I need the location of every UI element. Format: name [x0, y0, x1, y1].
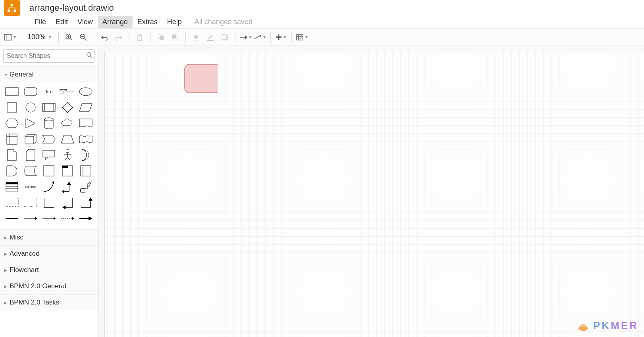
- svg-line-6: [70, 38, 72, 40]
- shape-or[interactable]: [78, 148, 94, 162]
- shape-document[interactable]: [78, 117, 94, 130]
- shape-dotted-line[interactable]: [23, 196, 39, 209]
- svg-rect-49: [44, 166, 54, 176]
- shape-heading[interactable]: HeadingLorem ipsum dolor sit amet consec…: [60, 85, 75, 98]
- shape-square[interactable]: [4, 101, 20, 114]
- shape-ellipse[interactable]: [78, 85, 94, 98]
- shape-note[interactable]: [4, 148, 20, 162]
- search-field[interactable]: [7, 52, 86, 59]
- plus-icon: +: [276, 31, 282, 44]
- filename[interactable]: arrange-layout.drawio: [29, 3, 114, 13]
- separator: [185, 32, 186, 43]
- shape-dashed-arrow[interactable]: [60, 212, 75, 225]
- canvas[interactable]: PKMER: [98, 46, 644, 337]
- shape-line-arrow[interactable]: [23, 212, 39, 225]
- menu-arrange[interactable]: Arrange: [98, 16, 133, 28]
- menu-file[interactable]: File: [30, 16, 51, 28]
- undo-button[interactable]: [98, 31, 111, 44]
- shape-list[interactable]: [4, 180, 20, 193]
- svg-rect-18: [172, 34, 176, 38]
- shape-trapezoid[interactable]: [60, 132, 75, 146]
- shape-callout[interactable]: [41, 148, 57, 162]
- insert-button[interactable]: + ▼: [275, 31, 287, 44]
- svg-rect-41: [7, 134, 17, 144]
- zoom-out-button[interactable]: [77, 31, 90, 44]
- shape-cube[interactable]: [23, 132, 39, 146]
- line-color-button[interactable]: [204, 31, 217, 44]
- svg-rect-32: [6, 88, 18, 96]
- shape-diamond[interactable]: [60, 101, 75, 114]
- shape-card[interactable]: [23, 148, 39, 162]
- svg-line-10: [85, 38, 87, 40]
- svg-rect-3: [5, 34, 11, 40]
- shape-cloud[interactable]: [60, 117, 75, 130]
- category-misc[interactable]: ▶Misc: [0, 230, 98, 245]
- shape-vertical-container[interactable]: [78, 164, 94, 178]
- shape-text[interactable]: Text: [41, 85, 57, 98]
- connection-button[interactable]: ▼: [239, 31, 252, 44]
- search-shapes-input[interactable]: [3, 49, 95, 63]
- shape-internal-storage[interactable]: [4, 132, 20, 146]
- menu-extras[interactable]: Extras: [133, 16, 162, 28]
- separator: [291, 32, 292, 43]
- table-button[interactable]: ▼: [296, 31, 309, 44]
- shape-step[interactable]: [41, 132, 57, 146]
- menu-view[interactable]: View: [73, 16, 98, 28]
- to-front-button[interactable]: [154, 31, 167, 44]
- shape-list-item[interactable]: List Item: [23, 180, 39, 193]
- shape-container[interactable]: [41, 164, 57, 178]
- svg-rect-55: [6, 182, 18, 184]
- shape-arrow-block[interactable]: [78, 180, 94, 193]
- category-flowchart[interactable]: ▶Flowchart: [0, 262, 98, 278]
- shadow-button[interactable]: [218, 31, 231, 44]
- shape-thick-arrow[interactable]: [78, 212, 94, 225]
- shape-parallelogram[interactable]: [78, 101, 94, 114]
- shape-elbow[interactable]: [41, 196, 57, 209]
- shape-circle[interactable]: [23, 101, 39, 114]
- search-icon[interactable]: [86, 52, 93, 60]
- title-bar: arrange-layout.drawio: [0, 0, 644, 16]
- zoom-in-button[interactable]: [63, 31, 75, 44]
- svg-point-34: [79, 88, 92, 96]
- category-bpmn-tasks[interactable]: ▶BPMN 2.0 Tasks: [0, 295, 98, 310]
- chevron-right-icon: ▶: [4, 252, 8, 256]
- shape-line[interactable]: [4, 212, 20, 225]
- shape-and[interactable]: [4, 164, 20, 178]
- shape-line-dot[interactable]: [41, 212, 57, 225]
- svg-line-23: [255, 36, 260, 38]
- shape-hexagon[interactable]: [4, 117, 20, 130]
- to-back-button[interactable]: [169, 31, 181, 44]
- diagram[interactable]: [98, 46, 218, 105]
- shape-data-storage[interactable]: [23, 164, 39, 178]
- category-advanced[interactable]: ▶Advanced: [0, 246, 98, 262]
- shape-tape[interactable]: [78, 132, 94, 146]
- chevron-right-icon: ▶: [4, 236, 8, 240]
- shape-rounded-rect[interactable]: [23, 85, 39, 98]
- shape-dashed-line[interactable]: [4, 196, 20, 209]
- chevron-down-icon: ▼: [283, 35, 287, 39]
- menu-help[interactable]: Help: [162, 16, 187, 28]
- shape-rectangle[interactable]: [4, 85, 20, 98]
- shape-process[interactable]: [41, 101, 57, 114]
- category-general[interactable]: ▼ General: [0, 67, 98, 82]
- category-label: Advanced: [10, 250, 40, 258]
- shape-bidirectional-arrow[interactable]: [60, 180, 75, 193]
- delete-button[interactable]: [133, 31, 146, 44]
- svg-line-31: [91, 56, 93, 58]
- fill-color-button[interactable]: [190, 31, 202, 44]
- shape-actor[interactable]: [60, 148, 75, 162]
- waypoints-button[interactable]: ▼: [254, 31, 266, 44]
- shape-cylinder[interactable]: [41, 117, 57, 130]
- shape-triangle[interactable]: [23, 117, 39, 130]
- shape-frame[interactable]: [60, 164, 75, 178]
- menu-edit[interactable]: Edit: [51, 16, 73, 28]
- shape-elbow-arrow-left[interactable]: [60, 196, 75, 209]
- app-logo[interactable]: [4, 0, 20, 16]
- shape-elbow-arrow-up[interactable]: [78, 196, 94, 209]
- zoom-dropdown[interactable]: 100% ▼: [25, 33, 54, 41]
- shape-curve-arrow[interactable]: [41, 180, 57, 193]
- diagram-shape[interactable]: [185, 64, 218, 93]
- category-bpmn-general[interactable]: ▶BPMN 2.0 General: [0, 278, 98, 294]
- view-mode-button[interactable]: ▼: [4, 31, 17, 44]
- redo-button[interactable]: [112, 31, 125, 44]
